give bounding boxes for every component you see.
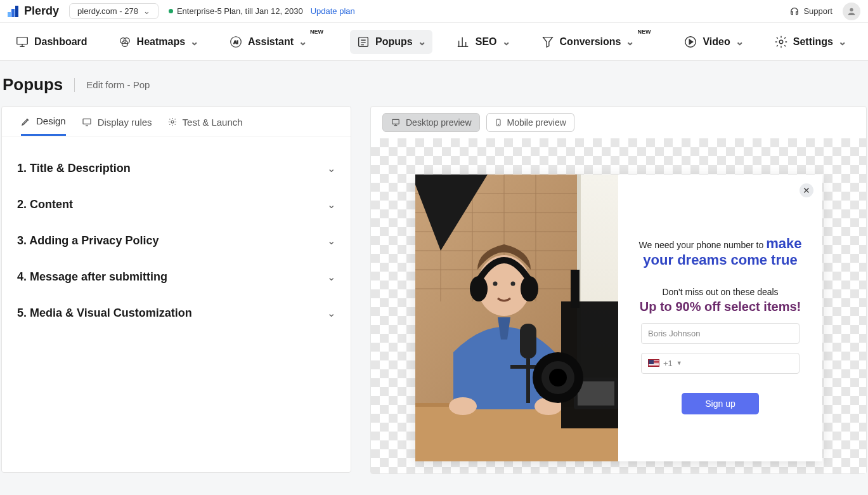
gear-icon bbox=[774, 35, 788, 49]
svg-point-35 bbox=[521, 276, 538, 301]
pencil-icon bbox=[21, 116, 31, 126]
popup-body: ✕ We need your phone number to make your… bbox=[618, 175, 822, 461]
tab-test-launch[interactable]: Test & Launch bbox=[167, 116, 243, 136]
chevron-down-icon: ⌄ bbox=[838, 36, 846, 48]
support-link[interactable]: Support bbox=[789, 6, 832, 16]
popup-subtext-1: Don't miss out on these deals bbox=[633, 287, 807, 297]
svg-rect-42 bbox=[510, 365, 536, 369]
nav-heatmaps-label: Heatmaps bbox=[137, 36, 185, 48]
svg-point-34 bbox=[470, 276, 488, 301]
nav-conversions[interactable]: Conversions NEW ⌄ bbox=[534, 30, 660, 54]
accordion-title-description[interactable]: 1. Title & Description ⌄ bbox=[15, 150, 338, 187]
gear-icon bbox=[167, 117, 178, 127]
svg-point-14 bbox=[171, 121, 174, 123]
svg-rect-13 bbox=[83, 119, 91, 124]
update-plan-link[interactable]: Update plan bbox=[311, 6, 355, 16]
svg-point-12 bbox=[779, 40, 783, 44]
popup-subtext-2: Up to 90% off select items! bbox=[633, 300, 807, 314]
popup-phone-field[interactable]: +1 ▼ bbox=[641, 353, 800, 374]
close-icon: ✕ bbox=[803, 185, 810, 195]
brand-logo[interactable]: Plerdy bbox=[8, 4, 59, 18]
funnel-icon bbox=[541, 35, 555, 49]
nav-video-label: Video bbox=[703, 36, 730, 48]
accordion-label: 1. Title & Description bbox=[17, 162, 131, 175]
accordion-message-after-submitting[interactable]: 4. Message after submitting ⌄ bbox=[15, 259, 338, 295]
chevron-down-icon: ⌄ bbox=[299, 36, 307, 48]
accordion-privacy-policy[interactable]: 3. Adding a Privacy Policy ⌄ bbox=[15, 223, 338, 259]
chevron-down-icon: ⌄ bbox=[327, 162, 335, 175]
monitor-icon bbox=[15, 35, 29, 49]
chevron-down-icon: ⌄ bbox=[418, 36, 426, 48]
nav-popups-label: Popups bbox=[375, 36, 413, 48]
nav-conversions-label: Conversions bbox=[560, 36, 621, 48]
tab-display-rules-label: Display rules bbox=[98, 117, 152, 128]
svg-point-17 bbox=[498, 124, 498, 125]
divider bbox=[74, 78, 75, 92]
tab-design[interactable]: Design bbox=[21, 116, 66, 136]
chevron-down-icon: ⌄ bbox=[327, 271, 335, 283]
svg-rect-0 bbox=[8, 12, 11, 17]
accordion-label: 3. Adding a Privacy Policy bbox=[17, 234, 159, 248]
accordion-content[interactable]: 2. Content ⌄ bbox=[15, 187, 338, 223]
site-selector-label: plerdy.com - 278 bbox=[77, 6, 138, 16]
nav-seo-label: SEO bbox=[476, 36, 497, 48]
accordion: 1. Title & Description ⌄ 2. Content ⌄ 3.… bbox=[2, 136, 351, 345]
plan-info: Enterprise-5 Plan, till Jan 12, 2030 Upd… bbox=[169, 6, 355, 16]
svg-point-3 bbox=[850, 8, 853, 11]
form-icon bbox=[356, 35, 370, 49]
photo-placeholder-icon bbox=[415, 175, 618, 461]
preview-tab-mobile[interactable]: Mobile preview bbox=[486, 113, 574, 132]
chevron-down-icon: ⌄ bbox=[626, 36, 634, 48]
chevron-down-icon: ⌄ bbox=[327, 199, 335, 211]
nav-dashboard-label: Dashboard bbox=[34, 36, 87, 48]
preview-canvas: ✕ We need your phone number to make your… bbox=[371, 138, 866, 473]
nav-popups[interactable]: Popups ⌄ bbox=[350, 30, 432, 54]
preview-tab-mobile-label: Mobile preview bbox=[507, 117, 566, 128]
site-selector[interactable]: plerdy.com - 278 ⌄ bbox=[69, 3, 159, 19]
chevron-down-icon: ⌄ bbox=[190, 36, 198, 48]
status-dot-icon bbox=[169, 9, 173, 13]
nav-heatmaps[interactable]: Heatmaps ⌄ bbox=[112, 30, 205, 54]
popup-signup-button[interactable]: Sign up bbox=[682, 393, 759, 414]
chevron-down-icon: ⌄ bbox=[143, 6, 150, 16]
accordion-label: 2. Content bbox=[17, 198, 73, 211]
accordion-media-visual[interactable]: 5. Media & Visual Customization ⌄ bbox=[15, 295, 338, 331]
breadcrumb: Edit form - Pop bbox=[86, 79, 150, 90]
svg-rect-40 bbox=[520, 324, 536, 359]
support-label: Support bbox=[803, 6, 832, 16]
nav-settings[interactable]: Settings ⌄ bbox=[768, 30, 853, 54]
svg-rect-2 bbox=[15, 6, 18, 17]
preview-tab-desktop[interactable]: Desktop preview bbox=[382, 113, 480, 132]
nav-assistant-label: Assistant bbox=[248, 36, 294, 48]
new-badge: NEW bbox=[310, 29, 323, 35]
user-avatar[interactable] bbox=[843, 3, 860, 20]
svg-rect-49 bbox=[571, 270, 580, 308]
chevron-down-icon: ⌄ bbox=[735, 36, 744, 48]
preview-tabs: Desktop preview Mobile preview bbox=[371, 107, 866, 138]
page-header: Popups Edit form - Pop bbox=[0, 61, 868, 106]
plan-text: Enterprise-5 Plan, till Jan 12, 2030 bbox=[177, 6, 303, 16]
headset-icon bbox=[789, 6, 800, 16]
venn-icon bbox=[118, 35, 132, 49]
svg-rect-1 bbox=[11, 9, 15, 17]
chevron-down-icon: ⌄ bbox=[327, 235, 335, 247]
chart-icon bbox=[457, 35, 470, 49]
nav-settings-label: Settings bbox=[793, 36, 833, 48]
svg-point-37 bbox=[511, 282, 515, 286]
editor-tabs: Design Display rules Test & Launch bbox=[2, 107, 351, 136]
preview-tab-desktop-label: Desktop preview bbox=[406, 117, 472, 128]
popup-headline-prefix: We need your phone number to bbox=[639, 240, 767, 250]
popup-name-field[interactable]: Boris Johnson bbox=[641, 323, 800, 344]
design-panel: Design Display rules Test & Launch 1. Ti… bbox=[1, 106, 351, 473]
popup-close-button[interactable]: ✕ bbox=[800, 183, 813, 197]
nav-seo[interactable]: SEO ⌄ bbox=[450, 30, 517, 54]
tab-display-rules[interactable]: Display rules bbox=[81, 116, 152, 136]
nav-video[interactable]: Video ⌄ bbox=[677, 30, 749, 54]
chevron-down-icon: ⌄ bbox=[502, 36, 510, 48]
svg-rect-15 bbox=[392, 119, 399, 124]
svg-text:AI: AI bbox=[233, 39, 238, 44]
display-icon bbox=[81, 117, 93, 127]
nav-dashboard[interactable]: Dashboard bbox=[9, 30, 94, 54]
popup-phone-prefix: +1 bbox=[663, 359, 673, 368]
nav-assistant[interactable]: AI Assistant NEW ⌄ bbox=[223, 30, 332, 54]
